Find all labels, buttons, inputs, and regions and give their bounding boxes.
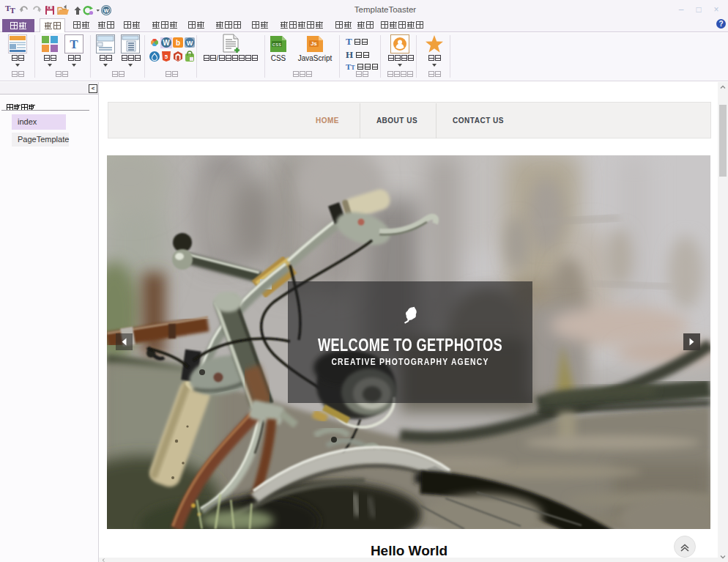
svg-text:W: W <box>103 7 109 14</box>
svg-text:T: T <box>70 37 78 51</box>
svg-text:5: 5 <box>165 53 168 60</box>
svg-text:W: W <box>163 39 170 47</box>
svg-text:T: T <box>10 6 16 15</box>
svg-text:css: css <box>272 42 282 48</box>
svg-text:W: W <box>187 40 193 47</box>
svg-text:Js: Js <box>311 40 316 47</box>
svg-text:b: b <box>176 39 180 47</box>
